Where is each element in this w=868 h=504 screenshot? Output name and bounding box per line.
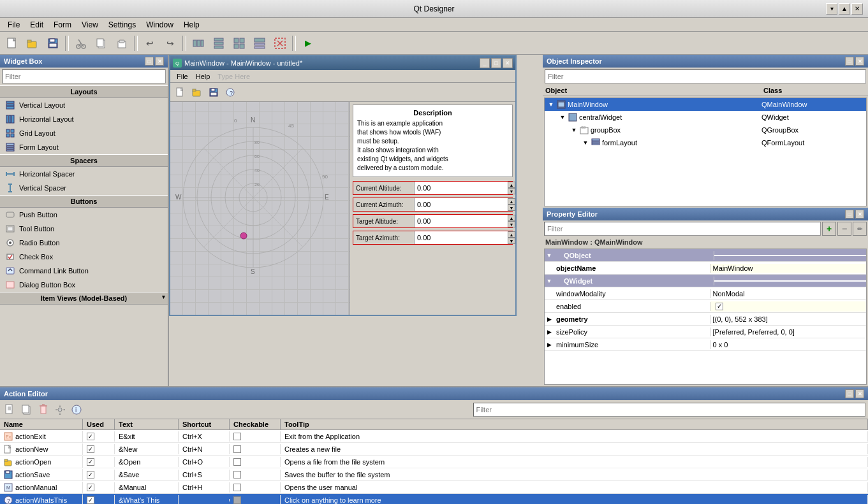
toolbar-break-layout[interactable]	[270, 34, 290, 52]
enabled-checkbox[interactable]: ✓	[716, 303, 723, 310]
prop-row-minimumsize[interactable]: ▶ minimumSize 0 x 0	[545, 338, 866, 351]
current-azimuth-up[interactable]: ▲	[508, 198, 515, 205]
current-altitude-input[interactable]	[415, 182, 508, 194]
action-filter-input[interactable]	[473, 403, 866, 417]
sub-win-menu-file[interactable]: File	[173, 71, 192, 82]
prop-value-minimumsize[interactable]: 0 x 0	[710, 340, 867, 349]
prop-section-toggle-qwidget[interactable]: ▼	[545, 278, 554, 284]
widget-horizontal-spacer[interactable]: Horizontal Spacer	[0, 167, 168, 181]
action-preview-btn[interactable]: i	[69, 402, 84, 417]
tree-item-groupbox[interactable]: ▼ GB groupBox QGroupBox	[545, 124, 866, 136]
obj-inspector-float-btn[interactable]: □	[845, 57, 854, 66]
toolbar-save[interactable]	[43, 34, 63, 52]
toolbar-layout-g[interactable]	[230, 34, 249, 52]
sub-win-menu-help[interactable]: Help	[192, 71, 214, 82]
menu-help[interactable]: Help	[179, 19, 205, 31]
sub-toolbar-info[interactable]: ?	[223, 85, 238, 100]
prop-row-sizepolicy[interactable]: ▶ sizePolicy [Preferred, Preferred, 0, 0…	[545, 326, 866, 338]
toolbar-preview[interactable]: ▶	[298, 34, 318, 52]
menu-window[interactable]: Window	[141, 19, 179, 31]
sub-win-maximize[interactable]: □	[491, 58, 501, 68]
tree-toggle-groupbox[interactable]: ▼	[570, 126, 578, 134]
widget-check-box[interactable]: Check Box	[0, 250, 168, 264]
prop-row-geometry[interactable]: ▶ geometry [(0, 0), 552 x 383]	[545, 313, 866, 326]
widget-grid-layout[interactable]: Grid Layout	[0, 126, 168, 140]
prop-editor-float-btn[interactable]: □	[845, 210, 854, 219]
action-row-manual[interactable]: M actionManual &Manual Ctrl+H Opens the …	[0, 481, 868, 494]
widget-form-layout[interactable]: Form Layout	[0, 140, 168, 154]
tree-item-formlayout[interactable]: ▼ formLayout QFormLayout	[545, 136, 866, 149]
sub-toolbar-open[interactable]	[189, 85, 205, 100]
target-azimuth-spin[interactable]: ▲ ▼	[508, 231, 515, 244]
sub-win-close[interactable]: ✕	[503, 58, 513, 68]
tree-toggle-formlayout[interactable]: ▼	[582, 139, 589, 147]
target-azimuth-down[interactable]: ▼	[508, 238, 515, 244]
main-canvas[interactable]: N S W E 0 45 90 20 40	[170, 102, 349, 315]
menu-view[interactable]: View	[77, 19, 103, 31]
widget-vertical-layout[interactable]: Vertical Layout	[0, 98, 168, 112]
property-table[interactable]: ▼ QObject objectName MainWindow ▼ QWidge…	[544, 248, 867, 385]
toolbar-cut[interactable]	[71, 34, 91, 52]
action-editor-controls[interactable]: □ ✕	[845, 389, 864, 398]
sub-win-minimize[interactable]: _	[480, 58, 490, 68]
prop-editor-close-btn[interactable]: ✕	[855, 210, 864, 219]
object-tree[interactable]: ▼ MainWindow QMainWindow ▼	[544, 97, 867, 206]
sub-toolbar-new[interactable]	[173, 85, 188, 100]
toolbar-redo[interactable]: ↪	[161, 34, 180, 52]
widget-tool-button[interactable]: Tool Button	[0, 222, 168, 236]
window-controls[interactable]: ▾ ▲ ✕	[826, 3, 863, 15]
prop-row-windowmodality[interactable]: windowModality NonModal	[545, 287, 866, 300]
current-altitude-spin[interactable]: ▲ ▼	[508, 182, 515, 194]
widget-radio-button[interactable]: Radio Button	[0, 236, 168, 250]
prop-row-enabled[interactable]: enabled ✓	[545, 300, 866, 313]
tree-toggle-mainwindow[interactable]: ▼	[547, 101, 555, 108]
maximize-button[interactable]: ▲	[839, 3, 850, 15]
tree-item-mainwindow[interactable]: ▼ MainWindow QMainWindow	[545, 98, 866, 111]
sub-toolbar-save[interactable]	[206, 85, 221, 100]
prop-toggle-sizepolicy[interactable]: ▶	[545, 329, 554, 335]
target-azimuth-up[interactable]: ▲	[508, 231, 515, 238]
target-altitude-up[interactable]: ▲	[508, 215, 515, 221]
tree-toggle-centralwidget[interactable]: ▼	[559, 113, 566, 121]
widget-vertical-spacer[interactable]: Vertical Spacer	[0, 181, 168, 195]
action-row-whatsthis[interactable]: ? actionWhatsThis &What's This Click on …	[0, 494, 868, 504]
current-azimuth-down[interactable]: ▼	[508, 205, 515, 211]
menu-file[interactable]: File	[3, 19, 25, 31]
prop-value-geometry[interactable]: [(0, 0), 552 x 383]	[710, 315, 867, 324]
current-altitude-up[interactable]: ▲	[508, 182, 515, 188]
sub-window-controls[interactable]: _ □ ✕	[480, 58, 513, 68]
toolbar-copy[interactable]	[92, 34, 111, 52]
toolbar-layout-f[interactable]	[250, 34, 269, 52]
action-row-open[interactable]: actionOpen &Open Ctrl+O Opens a file fro…	[0, 456, 868, 468]
prop-value-objectname[interactable]: MainWindow	[710, 264, 867, 273]
action-table-body[interactable]: Ex actionExit E&xit Ctrl+X Exit from the…	[0, 430, 868, 504]
toolbar-paste[interactable]	[112, 34, 131, 52]
action-row-exit[interactable]: Ex actionExit E&xit Ctrl+X Exit from the…	[0, 430, 868, 443]
prop-value-sizepolicy[interactable]: [Preferred, Preferred, 0, 0]	[710, 328, 867, 336]
widget-horizontal-layout[interactable]: Horizontal Layout	[0, 112, 168, 126]
target-altitude-down[interactable]: ▼	[508, 221, 515, 227]
menu-settings[interactable]: Settings	[103, 19, 141, 31]
widget-filter-input[interactable]	[2, 69, 166, 83]
prop-value-windowmodality[interactable]: NonModal	[710, 289, 867, 298]
object-inspector-filter[interactable]	[545, 69, 866, 83]
prop-toggle-geometry[interactable]: ▶	[545, 316, 554, 322]
prop-toggle-minimumsize[interactable]: ▶	[545, 342, 554, 348]
prop-row-objectname[interactable]: objectName MainWindow	[545, 262, 866, 275]
toolbar-new[interactable]	[3, 34, 22, 52]
action-copy-btn[interactable]	[19, 402, 34, 417]
action-row-save[interactable]: actionSave &Save Ctrl+S Saves the buffer…	[0, 468, 868, 481]
action-new-btn[interactable]	[3, 402, 18, 417]
object-inspector-controls[interactable]: □ ✕	[845, 57, 864, 66]
current-altitude-down[interactable]: ▼	[508, 188, 515, 194]
obj-inspector-close-btn[interactable]: ✕	[855, 57, 864, 66]
widget-box-controls[interactable]: □ ✕	[145, 57, 164, 66]
target-altitude-input[interactable]	[415, 215, 508, 227]
action-row-new[interactable]: actionNew &New Ctrl+N Creates a new file	[0, 443, 868, 456]
widget-command-link[interactable]: Command Link Button	[0, 264, 168, 278]
menu-edit[interactable]: Edit	[25, 19, 48, 31]
menu-form[interactable]: Form	[48, 19, 77, 31]
property-filter-input[interactable]	[544, 222, 821, 236]
toolbar-open[interactable]	[23, 34, 42, 52]
toolbar-undo[interactable]: ↩	[140, 34, 159, 52]
